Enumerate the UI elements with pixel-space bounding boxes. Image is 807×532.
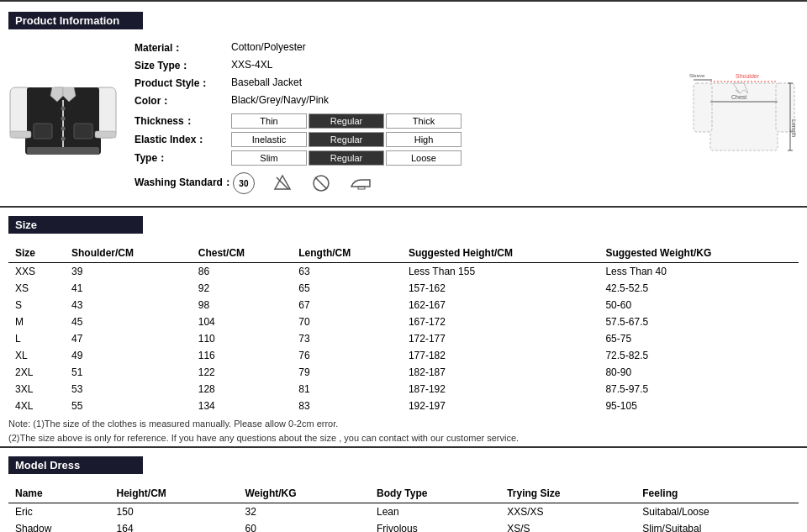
type-slim: Slim	[231, 150, 307, 166]
table-cell: 60	[238, 520, 370, 532]
no-tumble-icon	[310, 172, 332, 194]
table-cell: 81	[292, 381, 402, 398]
col-size: Size	[8, 244, 65, 263]
table-cell: 104	[192, 313, 293, 330]
thickness-regular: Regular	[309, 113, 384, 129]
table-cell: XS	[8, 280, 65, 297]
table-cell: 42.5-52.5	[599, 280, 799, 297]
table-cell: 157-162	[402, 280, 599, 297]
product-details: Material： Cotton/Polyester Size Type： XX…	[126, 41, 681, 198]
table-cell: Less Than 155	[402, 263, 599, 281]
table-cell: 162-167	[402, 297, 599, 313]
size-note-1: Note: (1)The size of the clothes is meas…	[8, 419, 799, 429]
elastic-regular: Regular	[309, 132, 384, 147]
table-cell: Frivolous	[370, 520, 500, 532]
thickness-label: Thickness：	[134, 114, 231, 129]
col-feeling: Feeling	[636, 484, 799, 503]
washing-icons: 30	[233, 172, 374, 194]
elastic-inelastic: Inelastic	[231, 132, 307, 147]
svg-rect-22	[710, 83, 778, 150]
material-label: Material：	[134, 41, 231, 55]
product-style-label: Product Style：	[134, 76, 231, 91]
table-cell: 43	[65, 297, 192, 313]
table-cell: 87.5-97.5	[599, 381, 799, 398]
table-cell: 73	[292, 330, 402, 347]
col-name: Name	[8, 484, 110, 503]
washing-label: Washing Standard：	[134, 176, 233, 190]
iron-icon	[349, 172, 374, 194]
table-cell: 92	[192, 280, 293, 297]
table-cell: 167-172	[402, 313, 599, 330]
model-section-header: Model Dress	[8, 456, 143, 474]
model-table-header-row: Name Height/CM Weight/KG Body Type Tryin…	[8, 484, 799, 503]
table-cell: 80-90	[599, 364, 799, 381]
type-bar: Slim Regular Loose	[231, 150, 462, 166]
table-cell: XS/S	[500, 520, 636, 532]
size-note-2: (2)The size above is only for reference.…	[8, 433, 799, 443]
svg-point-6	[61, 107, 66, 111]
table-cell: 70	[292, 313, 402, 330]
table-cell: 83	[292, 398, 402, 414]
table-cell: 39	[65, 263, 192, 281]
svg-rect-23	[694, 83, 712, 132]
table-cell: 57.5-67.5	[599, 313, 799, 330]
table-cell: 4XL	[8, 398, 65, 414]
table-cell: 53	[65, 381, 192, 398]
size-section-header: Size	[8, 216, 143, 234]
col-chest: Chest/CM	[192, 244, 293, 263]
table-row: Shadow16460FrivolousXS/SSlim/Suitabal	[8, 520, 799, 532]
size-table: Size Shoulder/CM Chest/CM Length/CM Sugg…	[8, 244, 799, 414]
table-cell: XXS/XS	[500, 503, 636, 521]
table-row: M4510470167-17257.5-67.5	[8, 313, 799, 330]
svg-rect-21	[358, 187, 365, 189]
table-cell: 67	[292, 297, 402, 313]
model-dress-section: Model Dress Name Height/CM Weight/KG Bod…	[0, 446, 807, 532]
table-cell: Eric	[8, 503, 110, 521]
table-cell: 50-60	[599, 297, 799, 313]
material-value: Cotton/Polyester	[231, 41, 306, 53]
col-height-cm: Height/CM	[110, 484, 239, 503]
table-row: 3XL5312881187-19287.5-97.5	[8, 381, 799, 398]
svg-rect-11	[74, 124, 92, 139]
table-cell: Lean	[370, 503, 500, 521]
table-cell: 122	[192, 364, 293, 381]
thickness-thick: Thick	[386, 113, 462, 129]
table-cell: 47	[65, 330, 192, 347]
table-cell: L	[8, 330, 65, 347]
col-length: Length/CM	[292, 244, 402, 263]
color-value: Black/Grey/Navy/Pink	[231, 94, 329, 106]
svg-text:Sleeve: Sleeve	[689, 73, 705, 78]
svg-rect-14	[10, 131, 31, 138]
table-cell: 76	[292, 347, 402, 364]
thickness-thin: Thin	[231, 113, 307, 129]
table-cell: 110	[192, 330, 293, 347]
elastic-bar: Inelastic Regular High	[231, 132, 462, 147]
table-cell: 3XL	[8, 381, 65, 398]
svg-line-20	[315, 177, 327, 189]
product-style-value: Baseball Jacket	[231, 76, 302, 88]
type-regular: Regular	[309, 150, 384, 166]
thickness-bar: Thin Regular Thick	[231, 113, 462, 129]
svg-rect-15	[95, 131, 116, 138]
table-cell: 98	[192, 297, 293, 313]
table-cell: 134	[192, 398, 293, 414]
wash-30-icon: 30	[233, 172, 255, 194]
table-cell: XL	[8, 347, 65, 364]
size-section: Size Size Shoulder/CM Chest/CM Length/CM…	[0, 206, 807, 443]
svg-text:Shoulder: Shoulder	[736, 73, 760, 79]
table-cell: XXS	[8, 263, 65, 281]
table-cell: 172-177	[402, 330, 599, 347]
col-weight: Suggested Weight/KG	[599, 244, 799, 263]
type-loose: Loose	[386, 150, 462, 166]
table-cell: S	[8, 297, 65, 313]
table-row: L4711073172-17765-75	[8, 330, 799, 347]
table-cell: 49	[65, 347, 192, 364]
table-row: 2XL5112279182-18780-90	[8, 364, 799, 381]
svg-point-8	[61, 127, 66, 131]
size-type-value: XXS-4XL	[231, 59, 272, 71]
table-cell: 72.5-82.5	[599, 347, 799, 364]
table-cell: Shadow	[8, 520, 110, 532]
table-row: XL4911676177-18272.5-82.5	[8, 347, 799, 364]
table-cell: 150	[110, 503, 239, 521]
table-cell: 32	[238, 503, 370, 521]
